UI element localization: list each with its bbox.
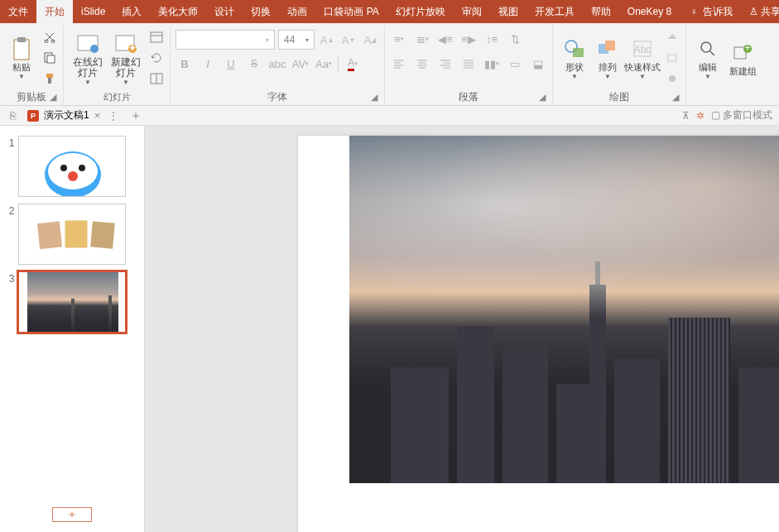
align-center-button[interactable]: [413, 55, 431, 73]
strike-button[interactable]: S: [245, 55, 263, 73]
tab-more-button[interactable]: ⋮: [106, 110, 121, 122]
slide-canvas[interactable]: [298, 136, 779, 532]
increase-font-button[interactable]: A▲: [318, 31, 336, 49]
shape-fill-button[interactable]: [664, 29, 680, 46]
arrange-button[interactable]: 排列 ▼: [591, 26, 624, 89]
paste-button[interactable]: 粘贴 ▼: [5, 26, 38, 89]
menu-animations[interactable]: 动画: [279, 0, 315, 23]
lightbulb-icon: ♀: [688, 6, 700, 17]
new-tab-button[interactable]: ＋: [126, 107, 146, 125]
quickstyle-label: 快速样式: [624, 62, 661, 73]
menu-view[interactable]: 视图: [490, 0, 527, 23]
newgroup-button[interactable]: + 新建组: [724, 26, 761, 89]
edit-button[interactable]: 编辑 ▼: [691, 26, 724, 89]
tab-options-button[interactable]: ⎘: [5, 108, 20, 123]
reset-button[interactable]: [148, 50, 165, 66]
char-spacing-button[interactable]: AV▾: [291, 55, 310, 73]
font-group-label: 字体: [267, 91, 287, 103]
decrease-font-button[interactable]: A▼: [339, 31, 358, 49]
font-color-button[interactable]: A▾: [344, 55, 362, 73]
menu-help[interactable]: 帮助: [583, 0, 619, 23]
align-left-button[interactable]: [390, 55, 408, 73]
menu-pocket-anim[interactable]: 口袋动画 PA: [315, 0, 387, 23]
slide-number-label: 3: [5, 271, 18, 333]
slide-thumbnail[interactable]: [18, 271, 126, 333]
menu-review[interactable]: 审阅: [454, 0, 490, 23]
copy-button[interactable]: [41, 50, 58, 66]
dialog-launcher[interactable]: ◢: [537, 92, 547, 102]
columns-button[interactable]: ▮▮▾: [483, 55, 501, 73]
bullets-button[interactable]: ≡▾: [390, 30, 408, 48]
text-direction-button[interactable]: ⇅: [506, 30, 524, 48]
paste-label: 粘贴: [12, 62, 31, 73]
clear-format-button[interactable]: A◢: [361, 31, 379, 49]
font-size-value: 44: [284, 34, 295, 46]
change-case-button[interactable]: Aa▾: [315, 55, 333, 73]
menu-devtools[interactable]: 开发工具: [527, 0, 583, 23]
format-painter-button[interactable]: [41, 70, 58, 87]
menu-transitions[interactable]: 切换: [243, 0, 279, 23]
svg-point-33: [68, 171, 78, 181]
svg-rect-18: [573, 48, 584, 57]
section-button[interactable]: [148, 70, 165, 87]
dialog-launcher[interactable]: ◢: [369, 92, 379, 102]
gear-icon[interactable]: ✲: [696, 110, 704, 122]
dialog-launcher[interactable]: ◢: [671, 92, 680, 102]
quickstyle-button[interactable]: Abc 快速样式 ▼: [624, 26, 661, 89]
online-slide-button[interactable]: 在线幻灯片 ▼: [69, 26, 107, 89]
align-right-button[interactable]: [436, 55, 454, 73]
shape-outline-button[interactable]: [664, 50, 680, 66]
slide-image[interactable]: [349, 136, 779, 483]
menu-design[interactable]: 设计: [206, 0, 243, 23]
decrease-indent-button[interactable]: ◀≡: [436, 30, 454, 48]
align-text-button[interactable]: ▭: [506, 55, 524, 73]
numbering-button[interactable]: ≣▾: [413, 30, 431, 48]
slide-thumbnail-panel: 1 2 3: [0, 126, 145, 532]
add-slide-button[interactable]: ＋: [52, 507, 92, 522]
slide-thumbnail[interactable]: [18, 204, 126, 265]
menu-home[interactable]: 开始: [36, 0, 73, 23]
newgroup-label: 新建组: [729, 66, 757, 77]
pin-icon[interactable]: ⊼: [682, 110, 690, 122]
slide-thumbnail[interactable]: [18, 136, 126, 197]
section-icon: [150, 73, 163, 84]
new-slide-button[interactable]: ✦ 新建幻灯片 ▼: [107, 26, 145, 89]
quickstyle-icon: Abc: [630, 36, 655, 62]
layout-button[interactable]: [148, 29, 165, 46]
font-family-select[interactable]: ▾: [176, 30, 275, 50]
increase-indent-button[interactable]: ≡▶: [459, 30, 478, 48]
shapes-button[interactable]: 形状 ▼: [558, 26, 591, 89]
slide-thumbnail-row[interactable]: 3: [0, 268, 144, 336]
shadow-button[interactable]: abc: [268, 55, 286, 73]
new-slide-label: 新建幻灯片: [107, 57, 145, 79]
shape-effects-button[interactable]: [664, 70, 680, 87]
document-tab[interactable]: P 演示文稿1 ×: [22, 106, 106, 126]
slide-editor[interactable]: [145, 126, 779, 532]
menu-share[interactable]: ♙ 共享: [741, 0, 779, 23]
copy-icon: [44, 52, 55, 64]
menu-file[interactable]: 文件: [0, 0, 36, 23]
menu-slideshow[interactable]: 幻灯片放映: [387, 0, 454, 23]
chevron-down-icon: ▼: [84, 79, 91, 86]
dialog-launcher[interactable]: ◢: [48, 92, 58, 102]
menu-tellme[interactable]: ♀ 告诉我: [680, 0, 740, 23]
menu-onekey[interactable]: OneKey 8: [619, 0, 680, 23]
menu-beautify[interactable]: 美化大师: [150, 0, 206, 23]
cut-button[interactable]: [41, 29, 58, 46]
multiwindow-button[interactable]: ▢ 多窗口模式: [711, 108, 772, 122]
close-tab-button[interactable]: ×: [94, 109, 101, 122]
font-size-select[interactable]: 44▾: [278, 30, 315, 50]
slide-thumbnail-row[interactable]: 1: [0, 132, 144, 200]
justify-button[interactable]: [459, 55, 478, 73]
svg-text:✦: ✦: [128, 42, 137, 54]
menu-islide[interactable]: iSlide: [73, 0, 113, 23]
bold-button[interactable]: B: [176, 55, 194, 73]
chevron-down-icon: ▼: [704, 73, 711, 80]
line-spacing-button[interactable]: ↕≡: [483, 30, 501, 48]
smartart-button[interactable]: ⬓: [529, 55, 547, 73]
menu-insert[interactable]: 插入: [113, 0, 150, 23]
slide-thumbnail-row[interactable]: 2: [0, 200, 144, 268]
italic-button[interactable]: I: [199, 55, 217, 73]
ribbon-group-slides: 在线幻灯片 ▼ ✦ 新建幻灯片 ▼ 幻灯片: [64, 25, 171, 105]
underline-button[interactable]: U: [222, 55, 240, 73]
